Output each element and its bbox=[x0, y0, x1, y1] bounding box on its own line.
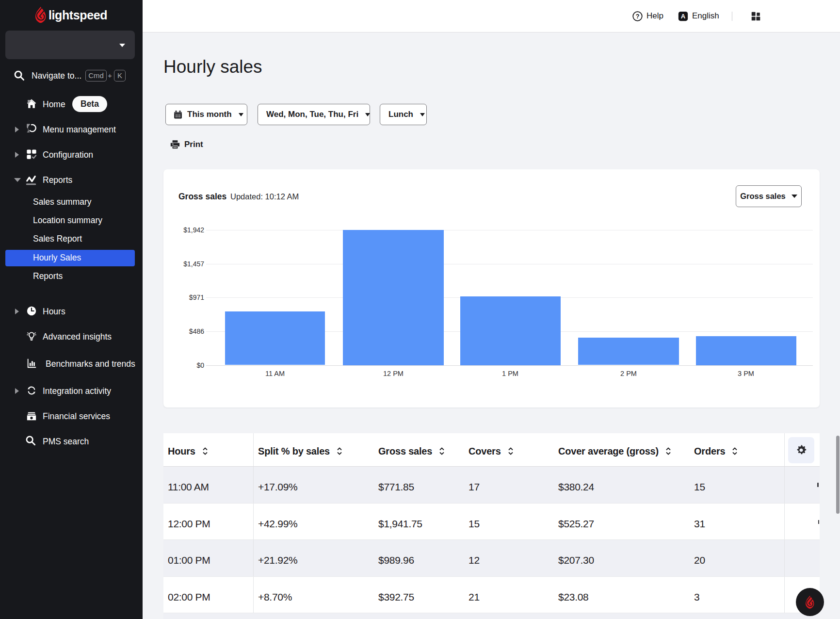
svg-text:lightspeed: lightspeed bbox=[48, 8, 107, 22]
svg-text:A: A bbox=[681, 13, 686, 20]
svg-text:?: ? bbox=[636, 13, 640, 19]
